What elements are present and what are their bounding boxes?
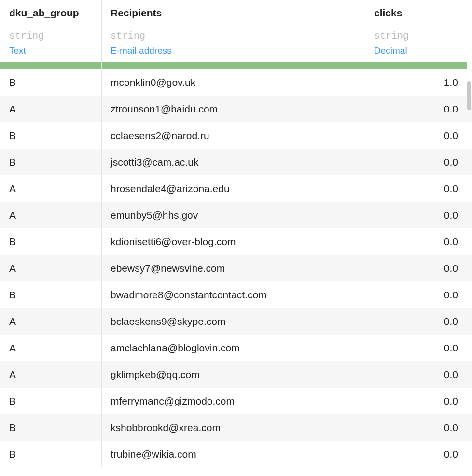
- column-storage: string: [374, 30, 458, 42]
- column-meaning[interactable]: Text: [9, 45, 93, 56]
- cell[interactable]: 0.0: [365, 149, 467, 175]
- cell[interactable]: 0.0: [365, 175, 467, 202]
- column-name: clicks: [374, 7, 458, 19]
- cell[interactable]: mferrymanc@gizmodo.com: [102, 388, 365, 414]
- cell[interactable]: kdionisetti6@over-blog.com: [102, 228, 365, 255]
- cell[interactable]: A: [0, 175, 102, 202]
- table-row[interactable]: Bmconklin0@gov.uk1.0: [0, 69, 472, 96]
- quality-segment[interactable]: [365, 62, 467, 69]
- table-row[interactable]: Bbwadmore8@constantcontact.com0.0: [0, 281, 472, 308]
- cell[interactable]: B: [0, 281, 102, 308]
- table-row[interactable]: Bmferrymanc@gizmodo.com0.0: [0, 388, 472, 414]
- table-row[interactable]: Aebewsy7@newsvine.com0.0: [0, 255, 472, 281]
- column-header-dku-ab-group[interactable]: dku_ab_group string Text: [0, 0, 102, 62]
- vertical-scrollbar[interactable]: [467, 81, 471, 110]
- table-row[interactable]: Agklimpkeb@qq.com0.0: [0, 361, 472, 388]
- cell[interactable]: A: [0, 96, 102, 122]
- data-table: dku_ab_group string Text Recipients stri…: [0, 0, 472, 467]
- cell[interactable]: B: [0, 388, 102, 414]
- quality-segment[interactable]: [102, 62, 365, 69]
- cell[interactable]: A: [0, 361, 102, 388]
- cell[interactable]: 0.0: [365, 255, 467, 281]
- table-row[interactable]: Aemunby5@hhs.gov0.0: [0, 202, 472, 228]
- table-row[interactable]: Aamclachlana@bloglovin.com0.0: [0, 335, 472, 361]
- table-header-row: dku_ab_group string Text Recipients stri…: [0, 0, 472, 62]
- table-row[interactable]: Aztrounson1@baidu.com0.0: [0, 96, 472, 122]
- table-row[interactable]: Bjscotti3@cam.ac.uk0.0: [0, 149, 472, 175]
- cell[interactable]: 0.0: [365, 281, 467, 308]
- cell[interactable]: B: [0, 228, 102, 255]
- table-row[interactable]: Ahrosendale4@arizona.edu0.0: [0, 175, 472, 202]
- table-row[interactable]: Bkshobbrookd@xrea.com0.0: [0, 414, 472, 441]
- column-meaning[interactable]: E-mail address: [111, 45, 356, 56]
- cell[interactable]: B: [0, 149, 102, 175]
- cell[interactable]: kshobbrookd@xrea.com: [102, 414, 365, 441]
- column-header-clicks[interactable]: clicks string Decimal: [365, 0, 467, 62]
- cell[interactable]: A: [0, 335, 102, 361]
- cell[interactable]: bwadmore8@constantcontact.com: [102, 281, 365, 308]
- cell[interactable]: 0.0: [365, 96, 467, 122]
- data-quality-bar: [0, 62, 472, 69]
- cell[interactable]: B: [0, 414, 102, 441]
- cell[interactable]: A: [0, 202, 102, 228]
- cell[interactable]: 0.0: [365, 308, 467, 335]
- table-row[interactable]: Btrubine@wikia.com0.0: [0, 441, 472, 467]
- column-storage: string: [111, 30, 356, 42]
- table-row[interactable]: Abclaeskens9@skype.com0.0: [0, 308, 472, 335]
- cell[interactable]: 0.0: [365, 441, 467, 467]
- cell[interactable]: bclaeskens9@skype.com: [102, 308, 365, 335]
- cell[interactable]: cclaesens2@narod.ru: [102, 122, 365, 149]
- cell[interactable]: 0.0: [365, 361, 467, 388]
- cell[interactable]: ztrounson1@baidu.com: [102, 96, 365, 122]
- cell[interactable]: amclachlana@bloglovin.com: [102, 335, 365, 361]
- cell[interactable]: 0.0: [365, 228, 467, 255]
- column-name: dku_ab_group: [9, 7, 93, 19]
- cell[interactable]: mconklin0@gov.uk: [102, 69, 365, 96]
- cell[interactable]: B: [0, 122, 102, 149]
- cell[interactable]: B: [0, 69, 102, 96]
- column-name: Recipients: [111, 7, 356, 19]
- cell[interactable]: A: [0, 255, 102, 281]
- cell[interactable]: A: [0, 308, 102, 335]
- column-meaning[interactable]: Decimal: [374, 45, 458, 56]
- table-row[interactable]: Bcclaesens2@narod.ru0.0: [0, 122, 472, 149]
- table-row[interactable]: Bkdionisetti6@over-blog.com0.0: [0, 228, 472, 255]
- cell[interactable]: hrosendale4@arizona.edu: [102, 175, 365, 202]
- cell[interactable]: jscotti3@cam.ac.uk: [102, 149, 365, 175]
- column-header-recipients[interactable]: Recipients string E-mail address: [102, 0, 365, 62]
- cell[interactable]: 1.0: [365, 69, 467, 96]
- cell[interactable]: ebewsy7@newsvine.com: [102, 255, 365, 281]
- cell[interactable]: 0.0: [365, 122, 467, 149]
- cell[interactable]: emunby5@hhs.gov: [102, 202, 365, 228]
- cell[interactable]: 0.0: [365, 335, 467, 361]
- cell[interactable]: B: [0, 441, 102, 467]
- column-storage: string: [9, 30, 93, 42]
- cell[interactable]: trubine@wikia.com: [102, 441, 365, 467]
- quality-segment[interactable]: [0, 62, 102, 69]
- cell[interactable]: 0.0: [365, 202, 467, 228]
- table-body: Bmconklin0@gov.uk1.0Aztrounson1@baidu.co…: [0, 69, 472, 467]
- cell[interactable]: 0.0: [365, 388, 467, 414]
- cell[interactable]: gklimpkeb@qq.com: [102, 361, 365, 388]
- cell[interactable]: 0.0: [365, 414, 467, 441]
